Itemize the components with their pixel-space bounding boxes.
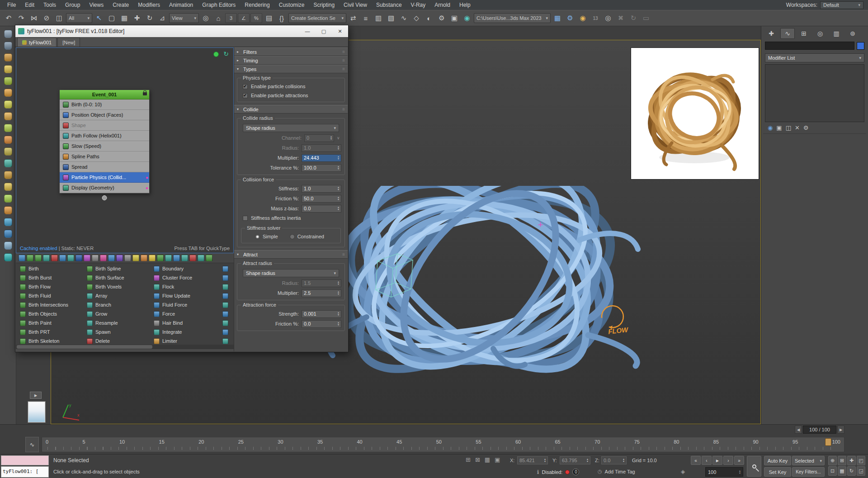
command-panel-tab[interactable]: ∿ xyxy=(780,28,795,39)
toolbar-button[interactable]: {} xyxy=(276,12,288,24)
depot-item[interactable] xyxy=(220,282,234,291)
info-icon[interactable] xyxy=(537,469,539,475)
rollout-types[interactable]: ▾Types xyxy=(234,65,348,73)
depot-category-icon[interactable] xyxy=(181,255,188,261)
collide-radius-type-select[interactable]: Shape radius xyxy=(243,124,339,132)
depot-category-icon[interactable] xyxy=(198,255,204,261)
toolbar-button[interactable]: ▦ xyxy=(118,12,130,24)
collide-friction-field[interactable]: 50.0 xyxy=(302,195,341,203)
depot-item[interactable]: Birth Burst xyxy=(18,273,85,282)
event-operator-row[interactable]: Birth (0-0: 10) xyxy=(60,99,149,110)
node-graph-canvas[interactable]: Event_001 Birth (0-0: 10) Position Objec… xyxy=(16,47,234,253)
menu-item[interactable]: Arnold xyxy=(430,0,455,10)
toolbar-button[interactable]: ▧ xyxy=(385,12,397,24)
toolbar-button[interactable]: ⚙ xyxy=(564,12,576,24)
toolbar-button[interactable]: ◉ xyxy=(577,12,589,24)
toolbar-button[interactable]: ∠ xyxy=(238,13,250,23)
depot-item[interactable]: Birth Objects xyxy=(18,309,85,318)
maximize-button[interactable] xyxy=(316,25,332,37)
menu-item[interactable]: Substance xyxy=(372,0,406,10)
stack-tool-button[interactable]: ◉ xyxy=(768,124,773,131)
toolbar-button[interactable]: ⌂ xyxy=(212,12,224,24)
ribbon-tangle-object[interactable] xyxy=(299,186,660,376)
spinner-icon[interactable] xyxy=(338,166,339,170)
depot-item[interactable]: Birth Skeleton xyxy=(18,336,85,345)
depot-item[interactable]: Birth Paint xyxy=(18,318,85,327)
collide-radius-field[interactable]: 1.0 xyxy=(302,144,341,152)
menu-item[interactable]: Group xyxy=(61,0,85,10)
depot-category-icon[interactable] xyxy=(108,255,115,261)
channel-dropdown-icon[interactable] xyxy=(337,136,341,140)
toolbar-button[interactable]: 3 xyxy=(225,13,237,23)
depot-category-icon[interactable] xyxy=(206,255,212,261)
depot-category-icon[interactable] xyxy=(92,255,99,261)
modifier-stack[interactable] xyxy=(765,64,864,122)
attract-radius-type-select[interactable]: Shape radius xyxy=(243,269,339,277)
event-operator-row[interactable]: Position Object (Faces) xyxy=(60,110,149,120)
depot-item[interactable] xyxy=(220,318,234,327)
depot-category-icon[interactable] xyxy=(141,255,147,261)
rollout-attract[interactable]: ▾Attract xyxy=(234,250,348,259)
y-coordinate-field[interactable]: 63.795 xyxy=(560,456,590,464)
depot-category-icon[interactable] xyxy=(157,255,164,261)
rollout-filters[interactable]: ▸Filters xyxy=(234,47,348,56)
depot-category-icon[interactable] xyxy=(116,255,123,261)
event-operator-row[interactable]: Display (Geometry) ● xyxy=(60,183,149,193)
menu-item[interactable]: Create xyxy=(108,0,133,10)
event-operator-row[interactable]: Spline Paths xyxy=(60,151,149,162)
status-toggle-icon[interactable]: ⊞ xyxy=(466,456,471,463)
toolbar-button[interactable]: ↷ xyxy=(15,12,27,24)
toolbar-button[interactable]: ✚ xyxy=(131,12,143,24)
rollout-timing[interactable]: ▸Timing xyxy=(234,56,348,65)
attract-radius-field[interactable]: 1.5 xyxy=(302,279,341,287)
depot-item[interactable]: Birth Voxels xyxy=(85,282,151,291)
depot-category-icon[interactable] xyxy=(43,255,50,261)
toolbar-button[interactable]: ◐ xyxy=(423,12,435,24)
menu-item[interactable]: Edit xyxy=(20,0,39,10)
tab-tyflow001[interactable]: tyFlow001 xyxy=(17,38,57,47)
menu-item[interactable]: Tools xyxy=(39,0,61,10)
menu-item[interactable]: Rendering xyxy=(240,0,274,10)
depot-item[interactable] xyxy=(220,327,234,336)
depot-category-icon[interactable] xyxy=(51,255,58,261)
spinner-icon[interactable] xyxy=(587,458,588,463)
depot-category-icon[interactable] xyxy=(124,255,131,261)
left-toolbar-icon[interactable] xyxy=(4,53,12,62)
set-key-button[interactable]: Set Key xyxy=(764,467,791,477)
depot-item[interactable]: Integrate xyxy=(151,327,218,336)
attract-friction-field[interactable]: 0.0 xyxy=(302,320,341,328)
mass-zbias-field[interactable]: 0.0 xyxy=(302,205,341,213)
depot-category-icon[interactable] xyxy=(59,255,66,261)
toolbar-button[interactable]: ◎ xyxy=(200,12,212,24)
notification-count-badge[interactable]: 0 xyxy=(572,469,579,475)
status-toggle-icon[interactable]: ▦ xyxy=(485,456,490,463)
command-panel-tab[interactable]: ⊚ xyxy=(845,28,860,39)
toolbar-button[interactable]: ◇ xyxy=(410,12,422,24)
stack-tool-button[interactable]: ◫ xyxy=(786,124,791,131)
modifier-list-select[interactable]: Modifier List xyxy=(765,53,864,62)
operator-output-dot[interactable]: ● xyxy=(146,185,148,190)
event-operator-row[interactable]: Spread xyxy=(60,162,149,172)
spinner-icon[interactable] xyxy=(338,196,339,201)
toolbar-button[interactable]: 13 xyxy=(590,12,601,24)
depot-item[interactable]: Birth Surface xyxy=(85,273,151,282)
viewport-nav-button[interactable]: ✚ xyxy=(847,456,856,465)
depot-category-icon[interactable] xyxy=(75,255,82,261)
depot-category-icon[interactable] xyxy=(100,255,107,261)
event-operator-row[interactable]: Path Follow (Helix001) xyxy=(60,131,149,141)
stiffness-field[interactable]: 1.0 xyxy=(302,185,341,193)
toolbar-button[interactable]: Create Selection Se xyxy=(288,13,346,23)
tyflow-object-gizmo[interactable]: FLOW xyxy=(588,294,642,340)
event-operator-row[interactable]: Shape xyxy=(60,120,149,131)
left-toolbar-icon[interactable] xyxy=(4,30,12,38)
toolbar-button[interactable]: C:\Users\Use...3ds Max 2023 xyxy=(474,13,551,23)
z-coordinate-field[interactable]: 0.0 xyxy=(601,456,627,464)
toolbar-button[interactable]: ✖ xyxy=(615,12,627,24)
left-toolbar-icon[interactable] xyxy=(4,112,12,120)
depot-item[interactable]: Birth xyxy=(18,264,85,273)
toolbar-button[interactable]: ▦ xyxy=(552,12,563,24)
left-toolbar-icon[interactable] xyxy=(4,253,12,261)
left-toolbar-icon[interactable] xyxy=(4,77,12,85)
toolbar-button[interactable]: ⋈ xyxy=(28,12,40,24)
minimize-button[interactable] xyxy=(299,25,316,37)
